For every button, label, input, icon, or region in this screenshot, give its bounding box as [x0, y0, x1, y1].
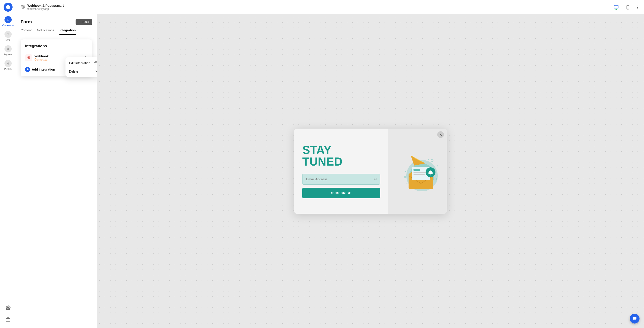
svg-point-20 [431, 159, 433, 162]
integration-status: Connected [34, 58, 49, 61]
preview-area: ✕ STAY TUNED ✉ SUBSCRIBE [97, 14, 644, 328]
sidebar-step-3[interactable]: 3 Segment [3, 45, 12, 56]
integration-name: Webhook [34, 54, 49, 58]
integrations-title: Integrations [25, 44, 88, 48]
popup-card: ✕ STAY TUNED ✉ SUBSCRIBE [294, 129, 447, 214]
popup-headline-line2: TUNED [302, 155, 342, 168]
popup-email-input-wrap: ✉ [302, 174, 380, 185]
sidebar: 1 Customize 2 Style 3 Segment 4 Publish [0, 0, 16, 328]
popup-headline-line1: STAY [302, 143, 332, 156]
svg-point-21 [404, 176, 406, 178]
more-options-icon[interactable]: ⋮ [636, 5, 640, 10]
topbar-title-wrap: Webhook & Popupsmart trialfirst.netlify.… [27, 4, 612, 10]
svg-point-22 [436, 178, 438, 180]
svg-rect-3 [614, 5, 618, 8]
svg-point-14 [430, 175, 431, 175]
svg-rect-11 [414, 172, 427, 173]
delete-label: Delete [69, 70, 78, 73]
svg-point-5 [28, 57, 29, 57]
svg-text:×: × [406, 183, 408, 185]
chat-bubble-button[interactable] [630, 314, 640, 324]
sidebar-step-4[interactable]: 4 Publish [4, 60, 12, 70]
panel-content: Integrations Webhook Connected [16, 35, 97, 81]
svg-text:×: × [436, 181, 437, 184]
email-input[interactable] [306, 177, 374, 181]
sidebar-bottom [4, 304, 12, 328]
close-icon: ✕ [95, 70, 97, 73]
popup-body: STAY TUNED ✉ SUBSCRIBE [294, 129, 447, 214]
integration-info: Webhook Connected [34, 54, 49, 61]
topbar-actions: ⋮ [612, 3, 640, 11]
topbar-title: Webhook & Popupsmart [27, 4, 612, 7]
sidebar-step-1[interactable]: 1 Customize [2, 16, 14, 27]
integration-dropdown-menu: Edit Integration Delete ✕ [66, 57, 97, 77]
svg-text:×: × [404, 170, 406, 173]
add-circle-icon: + [25, 67, 30, 72]
tab-notifications[interactable]: Notifications [37, 28, 54, 35]
settings-icon[interactable] [4, 304, 12, 312]
edit-integration-item[interactable]: Edit Integration [66, 59, 97, 67]
desktop-device-button[interactable] [612, 3, 620, 11]
svg-rect-10 [414, 169, 420, 171]
popup-right: × × × × × [388, 129, 447, 214]
back-button[interactable]: ← Back [76, 19, 92, 25]
panel-header: Form ← Back [16, 14, 97, 25]
svg-rect-1 [6, 318, 10, 321]
subscribe-button[interactable]: SUBSCRIBE [302, 188, 380, 198]
email-icon: ✉ [374, 177, 376, 181]
webhook-icon [25, 54, 32, 61]
step-label-1: Customize [2, 24, 14, 27]
step-label-4: Publish [4, 68, 12, 70]
svg-rect-12 [414, 174, 425, 175]
briefcase-icon[interactable] [4, 316, 12, 324]
delete-integration-item[interactable]: Delete ✕ [66, 67, 97, 75]
popup-close-button[interactable]: ✕ [437, 131, 444, 138]
mobile-device-button[interactable] [624, 3, 632, 11]
step-circle-4: 4 [4, 60, 12, 67]
popup-left: STAY TUNED ✉ SUBSCRIBE [294, 129, 388, 214]
side-panel: Form ← Back Content Notifications Integr… [16, 14, 97, 328]
step-circle-2: 2 [4, 31, 12, 38]
popup-headline: STAY TUNED [302, 144, 380, 167]
sidebar-step-2[interactable]: 2 Style [4, 31, 12, 41]
desktop-active-dot [616, 9, 617, 10]
topbar: Webhook & Popupsmart trialfirst.netlify.… [16, 0, 644, 14]
panel-tabs: Content Notifications Integration [16, 25, 97, 35]
tab-content[interactable]: Content [21, 28, 32, 35]
svg-text:×: × [428, 158, 429, 161]
step-label-3: Segment [3, 53, 12, 56]
step-circle-1: 1 [4, 16, 12, 23]
mobile-inactive-dot [627, 9, 628, 10]
tab-integration[interactable]: Integration [60, 28, 76, 35]
edit-integration-label: Edit Integration [69, 61, 90, 65]
integrations-card: Integrations Webhook Connected [21, 39, 92, 76]
globe-icon [21, 4, 25, 10]
svg-point-0 [6, 5, 10, 9]
svg-text:×: × [436, 165, 438, 167]
add-integration-label: Add integration [32, 68, 55, 71]
topbar-url: trialfirst.netlify.app [27, 7, 612, 10]
step-label-2: Style [6, 39, 10, 41]
popup-illustration: × × × × × [393, 149, 442, 194]
gear-icon [94, 61, 97, 65]
app-logo[interactable] [4, 3, 12, 12]
panel-title: Form [21, 19, 32, 24]
step-circle-3: 3 [4, 45, 12, 52]
integration-left: Webhook Connected [25, 54, 49, 61]
